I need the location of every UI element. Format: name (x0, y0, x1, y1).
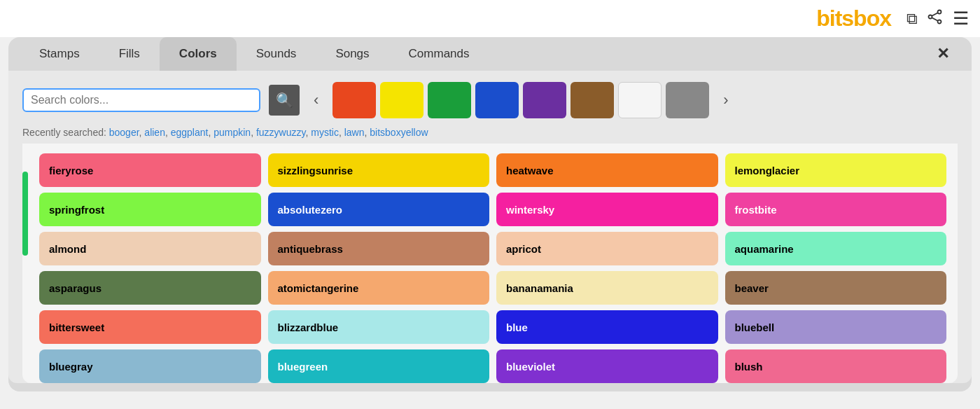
chip-lemonglacier[interactable]: lemonglacier (725, 153, 947, 187)
color-grid-area: fieryrose springfrost almond asparagus b… (22, 144, 958, 383)
search-button[interactable]: 🔍 (269, 85, 300, 116)
color-columns: fieryrose springfrost almond asparagus b… (34, 153, 946, 383)
recent-eggplant[interactable]: eggplant (171, 127, 209, 138)
panel-content: 🔍 ‹ › Recently searched: booger, alien, … (8, 71, 972, 383)
tab-fills[interactable]: Fills (99, 37, 160, 71)
tab-commands[interactable]: Commands (389, 37, 489, 71)
chip-bittersweet[interactable]: bittersweet (39, 310, 261, 344)
swatch-gray[interactable] (666, 82, 709, 118)
chip-bluegray[interactable]: bluegray (39, 349, 261, 383)
swatch-purple[interactable] (523, 82, 566, 118)
swatch-yellow[interactable] (380, 82, 424, 118)
search-input[interactable] (31, 94, 252, 106)
svg-line-4 (932, 18, 938, 21)
chip-atomictangerine[interactable]: atomictangerine (268, 271, 490, 305)
swatch-brown[interactable] (570, 82, 614, 118)
recent-bitsboxyellow[interactable]: bitsboxyellow (370, 127, 428, 138)
swatch-orange[interactable] (332, 82, 376, 118)
chip-almond[interactable]: almond (39, 232, 261, 265)
swatch-white[interactable] (618, 82, 662, 118)
swatch-blue[interactable] (475, 82, 519, 118)
chip-wintersky[interactable]: wintersky (496, 193, 718, 226)
chip-bluegreen[interactable]: bluegreen (268, 349, 490, 383)
chip-frostbite[interactable]: frostbite (725, 193, 947, 226)
main-panel: Stamps Fills Colors Sounds Songs Command… (8, 37, 972, 391)
chip-heatwave[interactable]: heatwave (496, 153, 718, 187)
search-icon: 🔍 (276, 92, 293, 109)
svg-point-2 (929, 15, 932, 18)
color-col-3: heatwave wintersky apricot bananamania b… (496, 153, 718, 383)
chip-fieryrose[interactable]: fieryrose (39, 153, 261, 187)
close-button[interactable]: ✕ (925, 38, 960, 70)
chip-beaver[interactable]: beaver (725, 271, 947, 305)
tab-stamps[interactable]: Stamps (20, 37, 99, 71)
share-icon[interactable] (927, 9, 943, 29)
color-col-1: fieryrose springfrost almond asparagus b… (39, 153, 261, 383)
chip-bluebell[interactable]: bluebell (725, 310, 947, 344)
tab-songs[interactable]: Songs (316, 37, 388, 71)
chip-aquamarine[interactable]: aquamarine (725, 232, 947, 265)
recent-alien[interactable]: alien (144, 127, 165, 138)
swatches-next-button[interactable]: › (718, 88, 734, 112)
chip-blueviolet[interactable]: blueviolet (496, 349, 718, 383)
search-box (22, 88, 260, 112)
color-col-2: sizzlingsunrise absolutezero antiquebras… (268, 153, 490, 383)
logo: bitsbox (816, 6, 891, 32)
swatches-prev-button[interactable]: ‹ (308, 88, 324, 112)
chip-sizzlingsunrise[interactable]: sizzlingsunrise (268, 153, 490, 187)
swatch-green[interactable] (428, 82, 471, 118)
recently-searched-label: Recently searched: (22, 127, 106, 138)
color-col-4: lemonglacier frostbite aquamarine beaver… (725, 153, 947, 383)
svg-line-3 (932, 13, 938, 16)
chip-springfrost[interactable]: springfrost (39, 193, 261, 226)
svg-point-0 (938, 10, 941, 13)
chip-apricot[interactable]: apricot (496, 232, 718, 265)
chip-absolutezero[interactable]: absolutezero (268, 193, 490, 226)
copy-icon[interactable]: ⧉ (906, 10, 918, 28)
chip-blush[interactable]: blush (725, 349, 947, 383)
chip-asparagus[interactable]: asparagus (39, 271, 261, 305)
recent-pumpkin[interactable]: pumpkin (214, 127, 251, 138)
recently-searched: Recently searched: booger, alien, eggpla… (22, 127, 958, 138)
left-accent-bar (22, 172, 28, 256)
chip-blue[interactable]: blue (496, 310, 718, 344)
search-row: 🔍 ‹ › (22, 82, 958, 118)
tab-colors[interactable]: Colors (160, 37, 237, 71)
tabs-bar: Stamps Fills Colors Sounds Songs Command… (8, 37, 972, 71)
tab-sounds[interactable]: Sounds (237, 37, 316, 71)
chip-blizzardblue[interactable]: blizzardblue (268, 310, 490, 344)
chip-antiquebrass[interactable]: antiquebrass (268, 232, 490, 265)
top-bar: bitsbox ⧉ ☰ (0, 0, 980, 37)
menu-icon[interactable]: ☰ (953, 8, 969, 29)
swatches-container (332, 82, 709, 118)
svg-point-1 (938, 20, 941, 23)
recent-mystic[interactable]: mystic (311, 127, 339, 138)
chip-bananamania[interactable]: bananamania (496, 271, 718, 305)
recent-booger[interactable]: booger (109, 127, 139, 138)
recent-fuzzywuzzy[interactable]: fuzzywuzzy (256, 127, 306, 138)
recent-lawn[interactable]: lawn (344, 127, 365, 138)
